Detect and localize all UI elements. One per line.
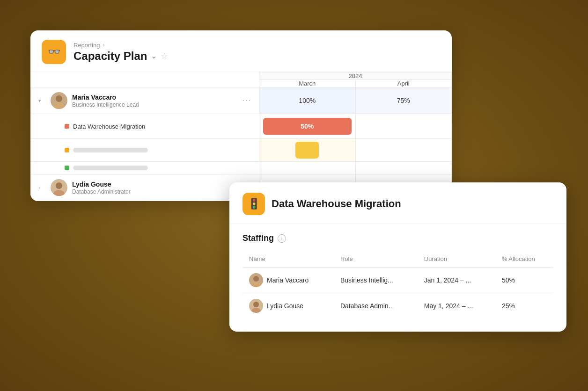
person-row-lydia: › Lydia Gouse Database Administr xyxy=(31,174,259,201)
maria-march-value: 100% xyxy=(299,97,316,104)
maria-april-cell: 75% xyxy=(355,87,452,114)
staff-name-cell-maria: Maria Vaccaro xyxy=(249,273,327,287)
col-role-header: Role xyxy=(334,251,418,268)
table-area: 2024 March April xyxy=(30,72,452,201)
project-name-dwm: Data Warehouse Migration xyxy=(38,123,251,130)
staffing-duration-lydia: May 1, 2024 – ... xyxy=(418,293,495,319)
staffing-name-maria: Maria Vaccaro xyxy=(243,268,334,293)
dwm-march-allocation: 50% xyxy=(263,118,351,135)
avatar-maria xyxy=(51,92,67,109)
staff-name-cell-lydia: Lydia Gouse xyxy=(249,299,327,313)
col-name-header: Name xyxy=(243,251,334,268)
sub-dot-green-icon xyxy=(65,166,69,170)
month-march-header: March xyxy=(259,80,355,87)
col-duration-header: Duration xyxy=(418,251,495,268)
sub-row1-april xyxy=(355,139,452,162)
info-icon[interactable]: i xyxy=(278,234,286,243)
table-row: ▾ Maria Vaccaro Business Intelli xyxy=(31,87,452,114)
sub-row2-march xyxy=(259,162,355,174)
staffing-allocation-maria: 50% xyxy=(495,268,553,293)
sub-row-1 xyxy=(31,139,452,162)
breadcrumb-chevron-icon: › xyxy=(103,42,104,48)
person-info-lydia: Lydia Gouse Database Administrator xyxy=(72,181,251,195)
app-icon-glyph: 👓 xyxy=(48,46,60,58)
page-title: Capacity Plan xyxy=(74,50,147,63)
project-dot-icon xyxy=(65,124,69,129)
star-icon[interactable]: ☆ xyxy=(161,51,168,61)
sub-dot-orange-icon xyxy=(65,148,69,152)
expand-icon[interactable]: ▾ xyxy=(38,98,46,104)
staff-avatar-lydia xyxy=(249,299,263,313)
staffing-name-lydia: Lydia Gouse xyxy=(243,293,334,319)
maria-april-value: 75% xyxy=(397,97,410,104)
maria-march-cell: 100% xyxy=(259,87,355,114)
staffing-row-lydia: Lydia Gouse Database Admin... May 1, 202… xyxy=(243,293,553,319)
col-allocation-header: % Allocation xyxy=(495,251,553,268)
sub-bar-1 xyxy=(73,148,148,152)
staffing-duration-maria: Jan 1, 2024 – ... xyxy=(418,268,495,293)
app-icon: 👓 xyxy=(42,40,66,64)
project-row-dwm: Data Warehouse Migration 50% xyxy=(31,114,452,139)
sub-item-1 xyxy=(38,148,251,152)
staffing-header: Staffing i xyxy=(243,233,553,243)
staffing-label: Staffing xyxy=(243,233,274,243)
year-header: 2024 xyxy=(259,72,452,80)
month-april-header: April xyxy=(355,80,452,87)
breadcrumb: Reporting › xyxy=(74,42,168,49)
staffing-role-lydia: Database Admin... xyxy=(334,293,418,319)
svg-point-1 xyxy=(56,95,62,102)
person-info-maria: Maria Vaccaro Business Intelligence Lead xyxy=(72,94,238,108)
staffing-role-maria: Business Intellig... xyxy=(334,268,418,293)
popup-card: 🚦 Data Warehouse Migration Staffing i Na… xyxy=(229,182,566,332)
sub-row2-april xyxy=(355,162,452,174)
card-header: 👓 Reporting › Capacity Plan ⌄ ☆ xyxy=(30,30,452,72)
staff-label-maria: Maria Vaccaro xyxy=(267,276,309,284)
person-row-maria: ▾ Maria Vaccaro Business Intelli xyxy=(31,87,259,114)
svg-point-7 xyxy=(253,276,259,282)
staff-label-lydia: Lydia Gouse xyxy=(267,302,303,310)
sub-bar-2 xyxy=(73,166,148,170)
dwm-april-cell xyxy=(355,114,452,139)
sub-row1-march xyxy=(259,139,355,162)
person-role-lydia: Database Administrator xyxy=(72,188,251,195)
capacity-table: 2024 March April xyxy=(30,72,452,201)
staff-avatar-maria xyxy=(249,273,263,287)
popup-icon: 🚦 xyxy=(243,193,265,215)
more-options-button[interactable]: ··· xyxy=(243,96,251,105)
sub-allocation-bar xyxy=(295,142,319,159)
project-label-dwm: Data Warehouse Migration xyxy=(73,123,145,130)
avatar-lydia xyxy=(51,179,67,196)
expand-icon-lydia[interactable]: › xyxy=(38,185,46,190)
sub-item-2 xyxy=(38,166,251,170)
person-name-lydia: Lydia Gouse xyxy=(72,181,251,188)
page-title-row: Capacity Plan ⌄ ☆ xyxy=(74,50,168,63)
popup-icon-glyph: 🚦 xyxy=(248,198,260,210)
main-card: 👓 Reporting › Capacity Plan ⌄ ☆ 2024 xyxy=(30,30,452,201)
sub-row-2 xyxy=(31,162,452,174)
staffing-table: Name Role Duration % Allocation xyxy=(243,251,553,319)
staffing-table-header-row: Name Role Duration % Allocation xyxy=(243,251,553,268)
svg-point-10 xyxy=(253,302,259,307)
popup-header: 🚦 Data Warehouse Migration xyxy=(229,182,566,224)
popup-title: Data Warehouse Migration xyxy=(272,198,401,210)
staffing-row-maria: Maria Vaccaro Business Intellig... Jan 1… xyxy=(243,268,553,293)
dropdown-icon[interactable]: ⌄ xyxy=(151,51,157,60)
header-text: Reporting › Capacity Plan ⌄ ☆ xyxy=(74,42,168,63)
person-role-maria: Business Intelligence Lead xyxy=(72,101,238,108)
staffing-allocation-lydia: 25% xyxy=(495,293,553,319)
svg-point-4 xyxy=(56,182,62,189)
popup-body: Staffing i Name Role Duration % Allocati… xyxy=(229,224,566,332)
person-name-maria: Maria Vaccaro xyxy=(72,94,238,101)
breadcrumb-text: Reporting xyxy=(74,42,100,49)
